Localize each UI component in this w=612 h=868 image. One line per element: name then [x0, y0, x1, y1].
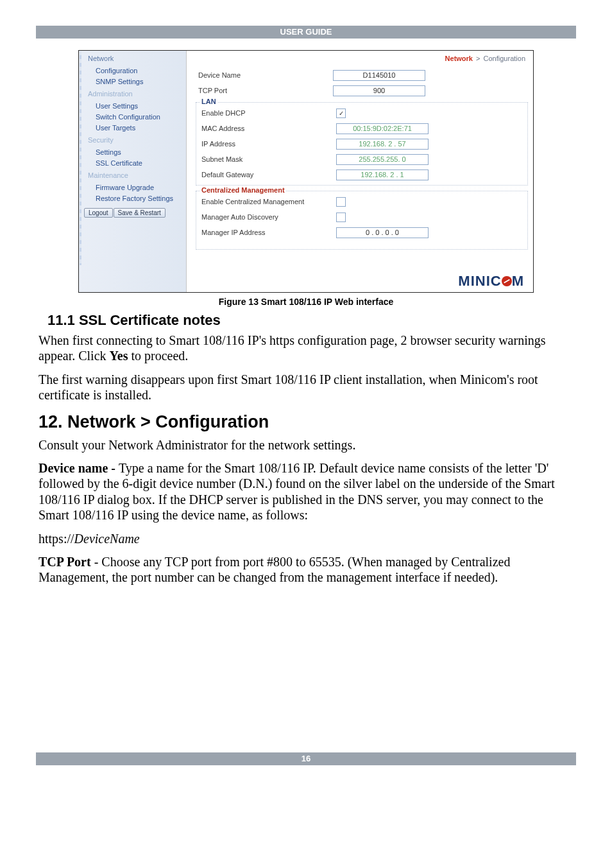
nav-section[interactable]: Network — [79, 52, 186, 65]
checkbox[interactable] — [336, 213, 346, 222]
minicom-logo: MINICM — [458, 273, 524, 290]
breadcrumb: Network > Configuration — [445, 55, 525, 62]
logo-o-icon — [502, 276, 512, 286]
field-label: TCP Port — [198, 87, 333, 94]
heading-11-1: 11.1 SSL Certificate notes — [47, 312, 574, 329]
nav-sub-item[interactable]: Settings — [79, 147, 186, 158]
field-label: Manager Auto Discovery — [201, 213, 336, 221]
nav-sub-item[interactable]: User Settings — [79, 101, 186, 112]
nav-stripe — [80, 51, 81, 265]
logo-pre: MINIC — [458, 273, 501, 289]
nav-section[interactable]: Administration — [79, 87, 186, 101]
form-row: Manager Auto Discovery — [201, 209, 522, 225]
footer-bar: 16 — [36, 752, 576, 765]
field-label: IP Address — [201, 140, 336, 148]
page-number: 16 — [302, 754, 310, 763]
form-row: MAC Address — [201, 121, 522, 136]
para-5b: DeviceName — [74, 532, 140, 546]
field-label: Enable DHCP — [201, 109, 336, 117]
readonly-field — [336, 139, 429, 150]
readonly-field — [336, 154, 429, 165]
nav-sub-item[interactable]: SNMP Settings — [79, 76, 186, 87]
form-row: Device Name — [198, 67, 525, 83]
breadcrumb-sep: > — [475, 55, 481, 62]
para-6-rest: - Choose any TCP port from port #800 to … — [38, 555, 510, 584]
form-row: Enable DHCP✓ — [201, 105, 522, 121]
para-1-yes: Yes — [110, 349, 128, 363]
nav-sub-item[interactable]: User Targets — [79, 123, 186, 134]
form-row: IP Address — [201, 136, 522, 152]
form-row: Manager IP Address — [201, 225, 522, 240]
breadcrumb-leaf: Configuration — [484, 55, 525, 62]
logout-button[interactable]: Logout — [84, 208, 113, 218]
field-label: Default Gateway — [201, 171, 336, 178]
figure-caption: Figure 13 Smart 108/116 IP Web interface — [78, 297, 534, 307]
web-interface-screenshot: NetworkConfigurationSNMP SettingsAdminis… — [78, 50, 534, 293]
save-restart-button[interactable]: Save & Restart — [114, 208, 166, 218]
form-row: Default Gateway — [201, 167, 522, 182]
nav-sub-item[interactable]: Restore Factory Settings — [79, 193, 186, 204]
nav-button-row: LogoutSave & Restart — [84, 208, 186, 218]
lan-group-title: LAN — [200, 98, 217, 105]
cm-group: Centralized Management Enable Centralize… — [196, 191, 528, 250]
para-4-lead: Device name - — [38, 461, 119, 475]
field-label: MAC Address — [201, 125, 336, 132]
nav-section[interactable]: Security — [79, 134, 186, 147]
nav-sub-item[interactable]: Switch Configuration — [79, 112, 186, 123]
cm-group-title: Centralized Management — [200, 186, 286, 194]
nav-sub-item[interactable]: Configuration — [79, 65, 186, 76]
document-body: 11.1 SSL Certificate notes When first co… — [0, 312, 612, 586]
header-bar: USER GUIDE — [36, 26, 576, 39]
checkbox[interactable] — [336, 197, 346, 207]
checkbox[interactable]: ✓ — [336, 108, 346, 118]
text-field[interactable] — [333, 85, 425, 96]
nav-section[interactable]: Maintenance — [79, 169, 186, 182]
para-5: https://DeviceName — [38, 531, 574, 546]
para-1: When first connecting to Smart 108/116 I… — [38, 333, 574, 364]
nav-sub-item[interactable]: Firmware Upgrade — [79, 182, 186, 193]
form-row: Subnet Mask — [201, 152, 522, 167]
para-3: Consult your Network Administrator for t… — [38, 437, 574, 453]
text-field[interactable] — [333, 70, 425, 81]
breadcrumb-root: Network — [445, 55, 473, 62]
figure-13: NetworkConfigurationSNMP SettingsAdminis… — [78, 50, 534, 307]
readonly-field — [336, 123, 429, 134]
para-2: The first warning disappears upon first … — [38, 372, 574, 403]
header-title: USER GUIDE — [280, 26, 332, 39]
logo-post: M — [512, 273, 524, 289]
heading-12: 12. Network > Configuration — [38, 412, 574, 432]
lan-group: LAN Enable DHCP✓MAC AddressIP AddressSub… — [196, 102, 528, 186]
form-row: Enable Centralized Management — [201, 194, 522, 209]
readonly-field — [336, 169, 429, 180]
para-1c: to proceed. — [128, 349, 188, 363]
para-5a: https:// — [38, 532, 74, 546]
text-field[interactable] — [336, 227, 429, 238]
para-6: TCP Port - Choose any TCP port from port… — [38, 554, 574, 586]
nav-sidebar: NetworkConfigurationSNMP SettingsAdminis… — [79, 51, 187, 292]
field-label: Manager IP Address — [201, 229, 336, 236]
para-6-lead: TCP Port — [38, 555, 91, 569]
main-pane: Network > Configuration Device NameTCP P… — [187, 51, 533, 292]
para-4: Device name - Type a name for the Smart … — [38, 460, 574, 523]
field-label: Subnet Mask — [201, 155, 336, 163]
field-label: Device Name — [198, 71, 333, 79]
field-label: Enable Centralized Management — [201, 198, 336, 205]
nav-sub-item[interactable]: SSL Certificate — [79, 158, 186, 169]
form-row: TCP Port — [198, 83, 525, 98]
